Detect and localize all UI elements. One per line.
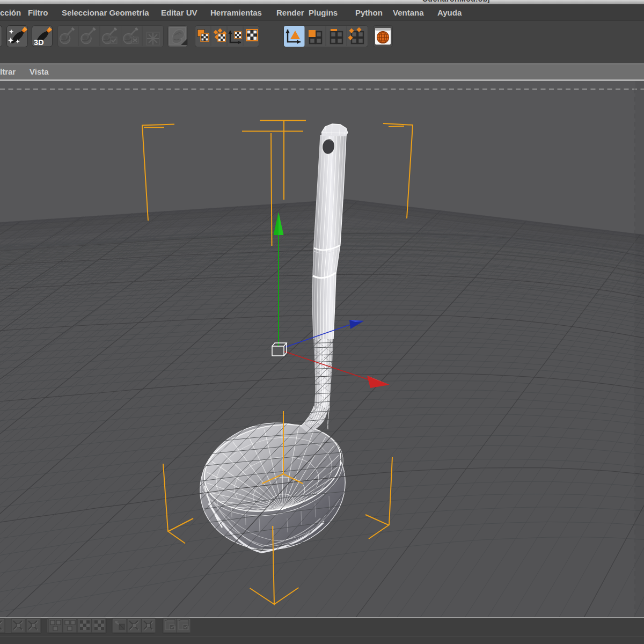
svg-text:3D: 3D <box>34 38 44 47</box>
